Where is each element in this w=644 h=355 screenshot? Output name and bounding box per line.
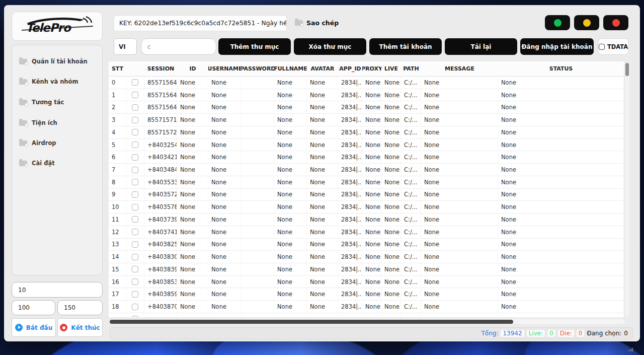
thread-count-input[interactable] <box>12 282 103 298</box>
search-input[interactable] <box>141 38 216 55</box>
table-row[interactable]: 8 +8403533... None None None None 2834|.… <box>109 176 624 189</box>
header-app-id[interactable]: APP_ID <box>338 61 362 76</box>
table-row[interactable]: 3 855715712... None None None None 2834|… <box>109 114 624 126</box>
cell-fullname: None <box>274 276 307 288</box>
row-checkbox[interactable] <box>132 154 138 161</box>
cell-stt: 13 <box>109 239 126 251</box>
logo-card: TelePro <box>12 12 103 41</box>
sidebar-item-label: Quản lí tài khoản <box>32 58 88 65</box>
header-id[interactable]: ID <box>177 61 208 76</box>
tdata-checkbox[interactable]: TDATA <box>598 38 629 55</box>
horizontal-scrollbar[interactable] <box>109 319 625 324</box>
table-row[interactable]: 9 +8403572... None None None None 2834|.… <box>109 189 624 201</box>
table-row[interactable]: 6 +8403421... None None None None 2834|.… <box>109 151 624 164</box>
row-checkbox[interactable] <box>132 241 138 248</box>
header-session[interactable]: SESSION <box>144 61 177 76</box>
sidebar-item-kenh-va-nhom[interactable]: Kênh và nhóm <box>19 77 78 87</box>
header-proxy[interactable]: PROXY <box>362 61 381 76</box>
row-checkbox[interactable] <box>132 204 138 210</box>
cell-app-id: 2834|... <box>338 214 362 226</box>
table-row[interactable]: 4 855715723... None None None None 2834|… <box>109 126 624 139</box>
header-message[interactable]: MESSAGE <box>421 61 498 76</box>
table-row[interactable]: 7 +8403484... None None None None 2834|.… <box>109 164 624 176</box>
table-row[interactable]: 12 +8403741... None None None None 2834|… <box>109 226 624 239</box>
table-row[interactable]: 15 +8403839... None None None None 2834|… <box>109 263 624 276</box>
sidebar-item-quan-li-tai-khoan[interactable]: Quản lí tài khoản <box>19 56 88 66</box>
cell-live: None <box>381 139 401 151</box>
cell-status: None <box>498 114 624 126</box>
header-stt[interactable]: STT <box>109 61 126 76</box>
row-checkbox[interactable] <box>132 254 138 260</box>
row-checkbox[interactable] <box>132 104 138 111</box>
table-row[interactable]: 18 +8403870... None None None None 2834|… <box>109 301 624 313</box>
table-row[interactable]: 14 +8403830... None None None None 2834|… <box>109 251 624 263</box>
header-status[interactable]: STATUS <box>498 61 624 76</box>
table-row[interactable]: 16 +8403853... None None None None 2834|… <box>109 276 624 289</box>
header-checkbox[interactable] <box>126 61 144 76</box>
row-checkbox[interactable] <box>132 266 138 272</box>
cell-avatar: None <box>307 139 338 151</box>
start-button[interactable]: Bắt đầu <box>12 318 56 337</box>
cell-session: +8403572... <box>144 189 177 201</box>
delete-folder-button[interactable]: Xóa thư mục <box>294 38 366 55</box>
reload-button[interactable]: Tải lại <box>445 38 517 55</box>
header-password[interactable]: PASSWORD <box>242 61 274 76</box>
vertical-scrollbar-thumb[interactable] <box>625 63 629 76</box>
table-row[interactable]: 17 +8403859... None None None None 2834|… <box>109 288 624 301</box>
table-row[interactable]: 2 855715649... None None None None 2834|… <box>109 101 624 114</box>
cell-proxy: None <box>362 114 381 126</box>
language-select[interactable]: VI <box>114 38 137 55</box>
license-key-field[interactable]: KEY: 6202de13ef519c6c9c0a5cd7c72e5851 - … <box>114 15 287 31</box>
login-account-button[interactable]: Đăng nhập tài khoản <box>520 38 594 55</box>
header-live[interactable]: LIVE <box>381 61 401 76</box>
row-checkbox[interactable] <box>132 291 138 298</box>
header-username[interactable]: USERNAME <box>208 61 242 76</box>
window-pill-red-button[interactable] <box>603 15 628 30</box>
sidebar-item-cai-dat[interactable]: Cài đặt <box>19 158 55 168</box>
row-checkbox[interactable] <box>132 79 138 86</box>
row-checkbox[interactable] <box>132 179 138 185</box>
cell-status: None <box>498 276 624 288</box>
sidebar-item-tien-ich[interactable]: Tiện ích <box>19 118 57 128</box>
table-row[interactable]: 0 855715648... None None None None 2834|… <box>109 77 624 89</box>
sidebar-item-tuong-tac[interactable]: Tương tác <box>19 97 64 107</box>
cell-password <box>242 189 274 201</box>
cell-message: None <box>421 226 498 238</box>
header-avatar[interactable]: AVATAR <box>307 61 338 76</box>
stop-button[interactable]: Kết thúc <box>57 318 103 337</box>
window-pill-yellow-button[interactable] <box>574 15 599 30</box>
cell-checkbox <box>126 139 144 151</box>
cell-app-id: 2834|... <box>338 189 362 201</box>
range-to-input[interactable] <box>57 300 103 315</box>
add-account-button[interactable]: Thêm tài khoản <box>369 38 442 55</box>
copy-key-button[interactable]: Sao chép <box>295 19 339 27</box>
row-checkbox[interactable] <box>132 229 138 235</box>
cell-live: None <box>381 251 401 263</box>
horizontal-scrollbar-thumb[interactable] <box>110 320 513 324</box>
table-row[interactable] <box>109 313 624 317</box>
table-row[interactable]: 1 855715648... None None None None 2834|… <box>109 89 624 102</box>
header-fullname[interactable]: FULLNAME <box>274 61 307 76</box>
row-checkbox[interactable] <box>132 141 138 148</box>
header-path[interactable]: PATH <box>401 61 421 76</box>
row-checkbox[interactable] <box>132 92 138 98</box>
row-checkbox[interactable] <box>132 316 138 317</box>
row-checkbox[interactable] <box>132 117 138 123</box>
table-row[interactable]: 5 +8403254... None None None None 2834|.… <box>109 139 624 152</box>
add-folder-button[interactable]: Thêm thư mục <box>218 38 291 55</box>
vertical-scrollbar[interactable] <box>625 62 629 317</box>
sidebar-item-airdrop[interactable]: Airdrop <box>19 138 56 148</box>
row-checkbox[interactable] <box>132 191 138 198</box>
table-row[interactable]: 13 +8403825... None None None None 2834|… <box>109 239 624 251</box>
row-checkbox[interactable] <box>132 304 138 310</box>
cell-stt: 10 <box>109 201 126 213</box>
row-checkbox[interactable] <box>132 167 138 173</box>
row-checkbox[interactable] <box>132 216 138 223</box>
cell-checkbox <box>126 239 144 251</box>
table-row[interactable]: 11 +8403739... None None None None 2834|… <box>109 214 624 226</box>
row-checkbox[interactable] <box>132 278 138 285</box>
range-from-input[interactable] <box>12 300 55 315</box>
table-row[interactable]: 10 +8403578... None None None None 2834|… <box>109 201 624 214</box>
row-checkbox[interactable] <box>132 129 138 135</box>
window-pill-green-button[interactable] <box>545 15 570 30</box>
